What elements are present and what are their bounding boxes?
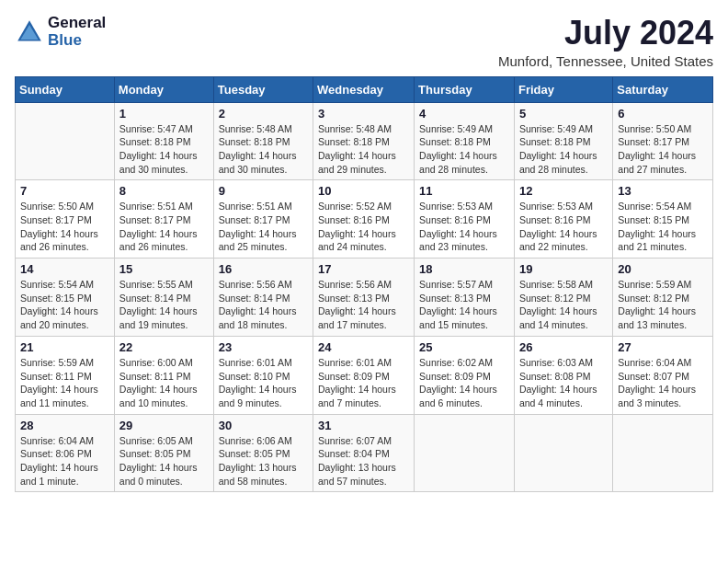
day-number: 28	[20, 419, 109, 432]
day-info: Sunrise: 6:04 AMSunset: 8:06 PMDaylight:…	[20, 434, 109, 488]
weekday-header-monday: Monday	[114, 76, 213, 102]
day-number: 13	[618, 184, 708, 198]
calendar-cell: 14Sunrise: 5:54 AMSunset: 8:15 PMDayligh…	[16, 259, 115, 337]
calendar-cell: 29Sunrise: 6:05 AMSunset: 8:05 PMDayligh…	[114, 414, 213, 492]
calendar-cell: 12Sunrise: 5:53 AMSunset: 8:16 PMDayligh…	[514, 180, 612, 259]
weekday-header-tuesday: Tuesday	[213, 76, 313, 102]
day-info: Sunrise: 5:53 AMSunset: 8:16 PMDaylight:…	[519, 200, 608, 254]
day-number: 14	[20, 262, 109, 276]
week-row-4: 21Sunrise: 5:59 AMSunset: 8:11 PMDayligh…	[16, 336, 713, 414]
day-number: 17	[318, 262, 409, 276]
day-number: 3	[318, 107, 409, 121]
calendar-cell: 2Sunrise: 5:48 AMSunset: 8:18 PMDaylight…	[213, 102, 313, 180]
day-number: 8	[119, 184, 209, 198]
day-info: Sunrise: 5:50 AMSunset: 8:17 PMDaylight:…	[20, 200, 109, 254]
day-number: 30	[219, 419, 308, 432]
calendar-cell	[514, 414, 612, 492]
page-header: General Blue July 2024 Munford, Tennesse…	[15, 15, 713, 69]
day-number: 6	[618, 107, 708, 121]
day-number: 15	[119, 262, 209, 276]
day-number: 12	[519, 184, 608, 198]
calendar-cell: 8Sunrise: 5:51 AMSunset: 8:17 PMDaylight…	[114, 180, 213, 259]
week-row-3: 14Sunrise: 5:54 AMSunset: 8:15 PMDayligh…	[16, 259, 713, 337]
logo-icon	[15, 17, 44, 47]
day-number: 26	[519, 340, 608, 354]
day-number: 9	[219, 184, 308, 198]
day-info: Sunrise: 5:53 AMSunset: 8:16 PMDaylight:…	[419, 200, 509, 254]
day-info: Sunrise: 5:50 AMSunset: 8:17 PMDaylight:…	[618, 122, 708, 177]
day-number: 20	[618, 262, 708, 276]
calendar-table: SundayMondayTuesdayWednesdayThursdayFrid…	[15, 76, 713, 493]
day-number: 25	[419, 340, 509, 354]
day-info: Sunrise: 5:51 AMSunset: 8:17 PMDaylight:…	[219, 200, 308, 254]
day-info: Sunrise: 6:00 AMSunset: 8:11 PMDaylight:…	[119, 356, 209, 410]
calendar-cell: 30Sunrise: 6:06 AMSunset: 8:05 PMDayligh…	[213, 414, 313, 492]
day-number: 18	[419, 262, 509, 276]
weekday-header-sunday: Sunday	[16, 76, 115, 102]
month-year-title: July 2024	[498, 15, 713, 52]
logo-general: General	[48, 15, 106, 32]
day-info: Sunrise: 5:57 AMSunset: 8:13 PMDaylight:…	[419, 278, 509, 332]
calendar-cell: 25Sunrise: 6:02 AMSunset: 8:09 PMDayligh…	[415, 336, 515, 414]
calendar-cell: 28Sunrise: 6:04 AMSunset: 8:06 PMDayligh…	[16, 414, 115, 492]
day-number: 4	[419, 107, 509, 121]
day-info: Sunrise: 5:58 AMSunset: 8:12 PMDaylight:…	[519, 278, 608, 332]
calendar-cell: 7Sunrise: 5:50 AMSunset: 8:17 PMDaylight…	[16, 180, 115, 259]
day-number: 10	[318, 184, 409, 198]
calendar-cell: 26Sunrise: 6:03 AMSunset: 8:08 PMDayligh…	[514, 336, 612, 414]
day-info: Sunrise: 5:59 AMSunset: 8:12 PMDaylight:…	[618, 278, 708, 332]
day-number: 7	[20, 184, 109, 198]
day-number: 29	[119, 419, 209, 432]
calendar-cell: 13Sunrise: 5:54 AMSunset: 8:15 PMDayligh…	[613, 180, 713, 259]
day-number: 19	[519, 262, 608, 276]
calendar-cell: 19Sunrise: 5:58 AMSunset: 8:12 PMDayligh…	[514, 259, 612, 337]
week-row-5: 28Sunrise: 6:04 AMSunset: 8:06 PMDayligh…	[16, 414, 713, 492]
calendar-cell	[613, 414, 713, 492]
day-number: 24	[318, 340, 409, 354]
day-info: Sunrise: 6:05 AMSunset: 8:05 PMDaylight:…	[119, 434, 209, 488]
calendar-cell: 18Sunrise: 5:57 AMSunset: 8:13 PMDayligh…	[415, 259, 515, 337]
calendar-cell: 27Sunrise: 6:04 AMSunset: 8:07 PMDayligh…	[613, 336, 713, 414]
calendar-cell	[415, 414, 515, 492]
calendar-cell: 6Sunrise: 5:50 AMSunset: 8:17 PMDaylight…	[613, 102, 713, 180]
calendar-cell: 16Sunrise: 5:56 AMSunset: 8:14 PMDayligh…	[213, 259, 313, 337]
calendar-cell: 1Sunrise: 5:47 AMSunset: 8:18 PMDaylight…	[114, 102, 213, 180]
day-info: Sunrise: 5:56 AMSunset: 8:13 PMDaylight:…	[318, 278, 409, 332]
day-info: Sunrise: 5:48 AMSunset: 8:18 PMDaylight:…	[318, 122, 409, 177]
day-info: Sunrise: 5:51 AMSunset: 8:17 PMDaylight:…	[119, 200, 209, 254]
day-info: Sunrise: 6:01 AMSunset: 8:09 PMDaylight:…	[318, 356, 409, 410]
weekday-header-friday: Friday	[514, 76, 612, 102]
day-info: Sunrise: 6:02 AMSunset: 8:09 PMDaylight:…	[419, 356, 509, 410]
calendar-cell: 10Sunrise: 5:52 AMSunset: 8:16 PMDayligh…	[313, 180, 415, 259]
calendar-cell: 22Sunrise: 6:00 AMSunset: 8:11 PMDayligh…	[114, 336, 213, 414]
day-info: Sunrise: 5:49 AMSunset: 8:18 PMDaylight:…	[419, 122, 509, 177]
day-number: 11	[419, 184, 509, 198]
day-number: 16	[219, 262, 308, 276]
calendar-cell: 31Sunrise: 6:07 AMSunset: 8:04 PMDayligh…	[313, 414, 415, 492]
logo: General Blue	[15, 15, 106, 49]
day-info: Sunrise: 5:49 AMSunset: 8:18 PMDaylight:…	[519, 122, 608, 177]
day-number: 21	[20, 340, 109, 354]
day-info: Sunrise: 5:48 AMSunset: 8:18 PMDaylight:…	[219, 122, 308, 177]
day-info: Sunrise: 6:04 AMSunset: 8:07 PMDaylight:…	[618, 356, 708, 410]
title-block: July 2024 Munford, Tennessee, United Sta…	[498, 15, 713, 69]
day-number: 5	[519, 107, 608, 121]
day-info: Sunrise: 6:07 AMSunset: 8:04 PMDaylight:…	[318, 434, 409, 488]
weekday-header-saturday: Saturday	[613, 76, 713, 102]
calendar-cell: 23Sunrise: 6:01 AMSunset: 8:10 PMDayligh…	[213, 336, 313, 414]
weekday-header-wednesday: Wednesday	[313, 76, 415, 102]
calendar-cell: 4Sunrise: 5:49 AMSunset: 8:18 PMDaylight…	[415, 102, 515, 180]
day-info: Sunrise: 5:59 AMSunset: 8:11 PMDaylight:…	[20, 356, 109, 410]
day-info: Sunrise: 6:01 AMSunset: 8:10 PMDaylight:…	[219, 356, 308, 410]
day-info: Sunrise: 5:55 AMSunset: 8:14 PMDaylight:…	[119, 278, 209, 332]
calendar-cell: 5Sunrise: 5:49 AMSunset: 8:18 PMDaylight…	[514, 102, 612, 180]
calendar-cell: 21Sunrise: 5:59 AMSunset: 8:11 PMDayligh…	[16, 336, 115, 414]
weekday-header-thursday: Thursday	[415, 76, 515, 102]
calendar-cell: 3Sunrise: 5:48 AMSunset: 8:18 PMDaylight…	[313, 102, 415, 180]
week-row-2: 7Sunrise: 5:50 AMSunset: 8:17 PMDaylight…	[16, 180, 713, 259]
weekday-header-row: SundayMondayTuesdayWednesdayThursdayFrid…	[16, 76, 713, 102]
calendar-cell: 20Sunrise: 5:59 AMSunset: 8:12 PMDayligh…	[613, 259, 713, 337]
calendar-cell: 11Sunrise: 5:53 AMSunset: 8:16 PMDayligh…	[415, 180, 515, 259]
calendar-cell: 15Sunrise: 5:55 AMSunset: 8:14 PMDayligh…	[114, 259, 213, 337]
calendar-cell: 24Sunrise: 6:01 AMSunset: 8:09 PMDayligh…	[313, 336, 415, 414]
